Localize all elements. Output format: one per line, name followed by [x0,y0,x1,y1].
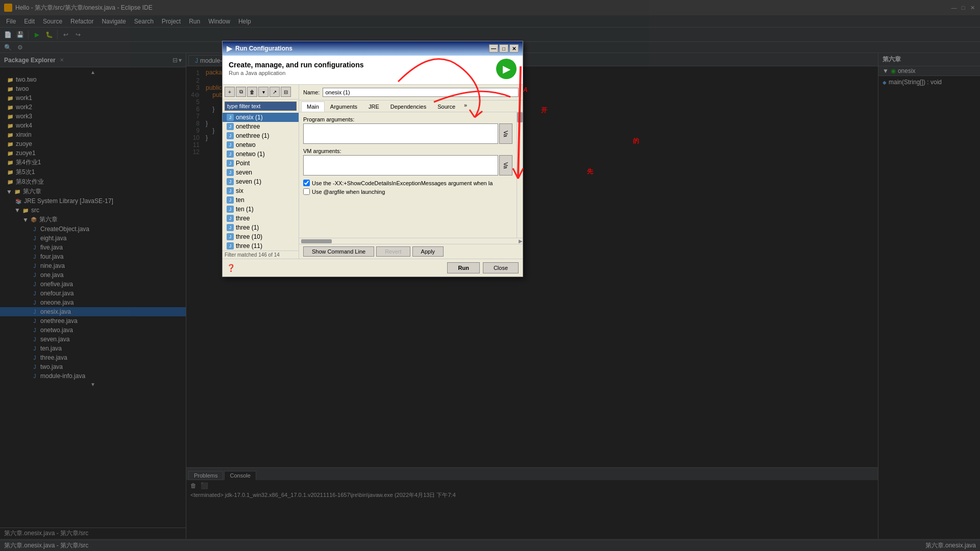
tab-more-button[interactable]: » [461,101,470,112]
collapse-all-button[interactable]: ⊟ [281,87,291,97]
dialog-header-title: Create, manage, and run configurations [229,61,517,69]
config-item-label: onetwo (1) [236,151,265,158]
config-item-three11[interactable]: J three (11) [223,241,299,251]
horizontal-scrollbar[interactable]: ▶ [299,238,523,244]
h-scroll-thumb [301,239,332,243]
tab-source[interactable]: Source [432,102,461,112]
checkbox2[interactable] [303,188,310,195]
program-args-group: Program arguments: Va [303,116,512,144]
vm-args-var-button[interactable]: Va [499,155,512,176]
run-button-dialog[interactable]: Run [447,262,479,273]
java-app-icon: J [227,187,234,194]
checkbox1-row: Use the -XX:+ShowCodeDetailsInExceptionM… [303,180,512,186]
filter-config-button[interactable]: ▾ [258,87,268,97]
tab-arguments[interactable]: Arguments [325,102,363,112]
checkbox1-label: Use the -XX:+ShowCodeDetailsInExceptionM… [312,180,493,186]
config-item-onethree1[interactable]: J onethree (1) [223,131,299,140]
dialog-header: ▶ Create, manage, and run configurations… [223,56,523,85]
config-item-label: seven (1) [236,178,261,185]
checkbox1[interactable] [303,180,310,186]
program-args-input[interactable] [303,123,498,144]
apply-button[interactable]: Apply [412,246,444,257]
config-item-ten[interactable]: J ten [223,195,299,205]
config-item-three1[interactable]: J three (1) [223,223,299,232]
program-args-var-button[interactable]: Va [499,123,512,144]
scroll-thumb [517,112,523,122]
config-item-label: three (10) [236,233,262,240]
config-item-label: onethree (1) [236,132,269,139]
config-item-six[interactable]: J six [223,186,299,195]
config-list: J onesix (1) J onethree J onethree (1) J… [223,113,299,251]
config-item-label: ten (1) [236,206,254,213]
config-item-onetwo1[interactable]: J onetwo (1) [223,149,299,159]
delete-config-button[interactable]: 🗑 [247,87,257,97]
config-item-point[interactable]: J Point [223,159,299,168]
java-app-icon: J [227,178,234,185]
dialog-footer: ❓ Run Close [223,259,523,277]
java-app-icon: J [227,123,234,130]
config-item-onetwo[interactable]: J onetwo [223,140,299,149]
name-input[interactable] [323,88,519,97]
config-content-wrapper: Program arguments: Va VM arguments: Va [299,112,523,238]
export-config-button[interactable]: ↗ [270,87,280,97]
tab-jre[interactable]: JRE [363,102,385,112]
dialog-right-panel: Name: Main Arguments JRE Dependencies So… [299,85,523,259]
config-item-seven1[interactable]: J seven (1) [223,177,299,186]
java-app-icon: J [227,215,234,222]
config-item-onethree[interactable]: J onethree [223,122,299,131]
config-item-label: onetwo [236,141,256,148]
java-app-icon: J [227,151,234,158]
config-item-label: three (1) [236,224,259,231]
dialog-left-panel: + ⧉ 🗑 ▾ ↗ ⊟ J onesix (1) J onethree [223,85,299,259]
config-item-ten1[interactable]: J ten (1) [223,205,299,214]
program-args-label: Program arguments: [303,116,512,122]
java-app-icon: J [227,169,234,176]
vm-args-row: Va [303,155,512,176]
dialog-left-toolbar: + ⧉ 🗑 ▾ ↗ ⊟ [223,85,299,99]
java-app-icon: J [227,114,234,121]
close-button-dialog[interactable]: Close [483,262,519,273]
config-item-label: Point [236,160,250,167]
java-app-icon: J [227,196,234,204]
java-app-icon: J [227,224,234,231]
dialog-minimize-button[interactable]: — [489,44,498,53]
new-config-button[interactable]: + [225,87,235,97]
name-label: Name: [303,89,320,95]
name-row: Name: [299,85,523,101]
action-buttons-row: Show Command Line Revert Apply [299,244,523,259]
config-item-three10[interactable]: J three (10) [223,232,299,241]
help-icon[interactable]: ❓ [227,264,235,272]
config-item-label: six [236,187,243,194]
config-content: Program arguments: Va VM arguments: Va [299,112,517,238]
checkbox2-label: Use @argfile when launching [312,189,385,195]
tab-dependencies[interactable]: Dependencies [385,102,432,112]
dialog-restore-button[interactable]: □ [499,44,508,53]
java-app-icon: J [227,160,234,167]
dialog-body: + ⧉ 🗑 ▾ ↗ ⊟ J onesix (1) J onethree [223,85,523,259]
dialog-title: Run Configurations [235,45,292,52]
config-item-seven[interactable]: J seven [223,168,299,177]
run-icon: ▶ [496,59,517,79]
vm-args-input[interactable] [303,155,498,176]
config-tabs: Main Arguments JRE Dependencies Source » [299,101,523,112]
filter-input[interactable] [225,102,297,111]
checkbox2-row: Use @argfile when launching [303,188,512,195]
dialog-close-button[interactable]: ✕ [509,44,519,53]
config-item-label: onesix (1) [236,114,263,121]
vm-args-label: VM arguments: [303,148,512,154]
duplicate-config-button[interactable]: ⧉ [236,87,246,97]
tab-main[interactable]: Main [301,102,325,112]
config-item-label: three (11) [236,242,262,249]
scroll-right-arrow[interactable]: ▶ [519,238,523,244]
run-config-title-icon: ▶ [227,44,232,53]
config-item-onesix1[interactable]: J onesix (1) [223,113,299,122]
scroll-indicator[interactable] [517,112,523,238]
program-args-row: Va [303,123,512,144]
run-configurations-dialog: ▶ Run Configurations — □ ✕ ▶ Create, man… [222,41,523,277]
config-item-label: onethree [236,123,260,130]
dialog-header-sub: Run a Java application [229,70,517,76]
revert-button[interactable]: Revert [376,246,410,257]
config-item-three[interactable]: J three [223,214,299,223]
show-command-line-button[interactable]: Show Command Line [303,246,374,257]
config-item-label: three [236,215,250,222]
